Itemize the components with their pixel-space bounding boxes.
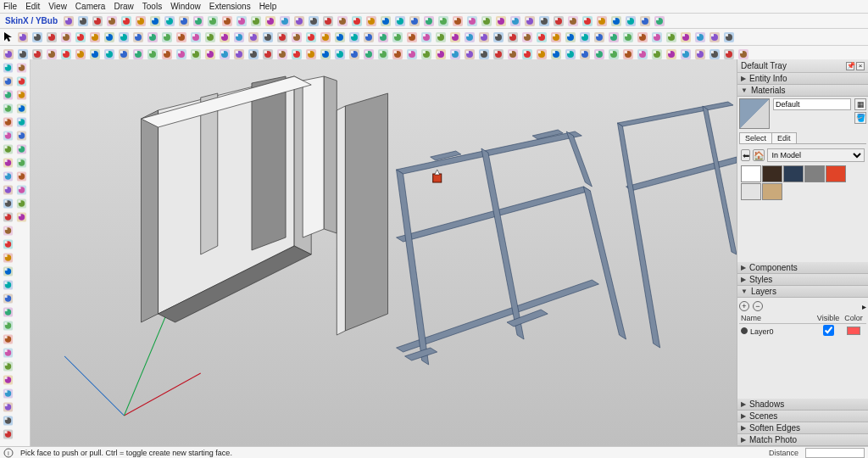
left-tool-18-icon[interactable] [2,305,14,318]
left-tool-14-icon[interactable] [2,251,14,264]
tb1-tool-19-icon[interactable] [290,31,303,44]
tb0-tool-6-icon[interactable] [148,14,162,28]
tb0-tool-11-icon[interactable] [220,14,234,28]
tb1-tool-14-icon[interactable] [218,31,231,44]
left-tool-13-icon[interactable] [2,237,14,250]
left-tool-25-icon[interactable] [2,400,14,413]
tb1-tool-32-icon[interactable] [477,31,491,44]
left-tool-11-icon[interactable] [2,210,14,223]
tb1-tool-21-icon[interactable] [319,31,332,44]
tb1-tool-20-icon[interactable] [304,31,318,44]
tb1-tool-16-icon[interactable] [247,31,260,44]
left-tool-2-icon[interactable] [2,88,14,101]
tb1-tool-8-icon[interactable] [131,31,145,44]
left-tool-26-icon[interactable] [2,414,14,427]
tb1-tool-43-icon[interactable] [636,31,649,44]
tb0-tool-28-icon[interactable] [465,14,479,28]
tb1-tool-35-icon[interactable] [520,31,534,44]
tb0-tool-20-icon[interactable] [350,14,364,28]
menu-help[interactable]: Help [259,2,277,11]
material-preview-thumb[interactable] [739,98,770,129]
tb0-tool-15-icon[interactable] [278,14,292,28]
left-tool-1-icon[interactable] [2,75,14,87]
section-materials[interactable]: ▼Materials [737,85,868,97]
material-swatch-3[interactable] [804,165,825,182]
tb0-tool-37-icon[interactable] [595,14,609,28]
tb0-tool-17-icon[interactable] [307,14,320,28]
tb0-tool-13-icon[interactable] [249,14,263,28]
tb1-tool-22-icon[interactable] [333,31,347,44]
tb1-tool-45-icon[interactable] [665,31,678,44]
tb0-tool-2-icon[interactable] [91,14,104,28]
materials-tab-select[interactable]: Select [739,132,772,143]
menu-view[interactable]: View [48,2,67,11]
layer-visible-checkbox[interactable] [823,325,834,336]
viewport-3d[interactable] [31,59,737,446]
tb1-tool-31-icon[interactable] [463,31,476,44]
tb1-tool-47-icon[interactable] [693,31,707,44]
tray-pin-icon[interactable]: 📌 [846,62,854,70]
tb1-tool-33-icon[interactable] [492,31,505,44]
menu-edit[interactable]: Edit [25,2,40,11]
tb1-tool-46-icon[interactable] [679,31,693,44]
tb0-tool-32-icon[interactable] [523,14,537,28]
left-tool-3-icon[interactable] [2,102,14,114]
tb0-tool-26-icon[interactable] [437,14,450,28]
material-swatch-0[interactable] [741,165,761,182]
tb1-tool-4-icon[interactable] [74,31,87,44]
tb1-tool-11-icon[interactable] [175,31,188,44]
tb0-tool-39-icon[interactable] [624,14,637,28]
material-swatch-5[interactable] [741,183,761,200]
left-tool-0-icon[interactable] [2,61,14,74]
left-tool-32-icon[interactable] [15,115,28,128]
tb1-tool-44-icon[interactable] [650,31,664,44]
tb0-tool-14-icon[interactable] [264,14,277,28]
tray-header[interactable]: Default Tray 📌 × [737,59,868,73]
tb1-tool-23-icon[interactable] [348,31,361,44]
tray-close-icon[interactable]: × [856,62,865,70]
tb1-tool-24-icon[interactable] [362,31,376,44]
left-tool-21-icon[interactable] [2,346,14,359]
tb1-tool-5-icon[interactable] [88,31,102,44]
section-shadows[interactable]: ▶Shadows [737,399,868,411]
layer-add-icon[interactable]: + [739,301,749,311]
left-tool-30-icon[interactable] [15,88,28,101]
tb1-tool-29-icon[interactable] [434,31,448,44]
tb1-tool-34-icon[interactable] [506,31,520,44]
tb1-tool-7-icon[interactable] [117,31,131,44]
left-tool-12-icon[interactable] [2,224,14,237]
tb1-tool-6-icon[interactable] [103,31,116,44]
tb0-tool-27-icon[interactable] [451,14,465,28]
tb1-tool-49-icon[interactable] [722,31,736,44]
layer-row[interactable]: Layer0 [739,324,866,338]
section-layers[interactable]: ▼Layers [737,286,868,298]
left-tool-34-icon[interactable] [15,142,28,155]
tb1-tool-3-icon[interactable] [59,31,73,44]
left-tool-8-icon[interactable] [2,170,14,182]
left-tool-4-icon[interactable] [2,115,14,128]
tb0-tool-36-icon[interactable] [581,14,594,28]
left-tool-23-icon[interactable] [2,373,14,386]
paint-bucket-icon[interactable]: 🪣 [854,112,866,124]
distance-input[interactable] [805,448,865,458]
tb0-tool-18-icon[interactable] [321,14,335,28]
left-tool-17-icon[interactable] [2,292,14,304]
tb1-tool-18-icon[interactable] [275,31,289,44]
material-swatch-6[interactable] [762,183,782,200]
menu-tools[interactable]: Tools [142,2,162,11]
tb0-tool-4-icon[interactable] [120,14,133,28]
tb0-tool-40-icon[interactable] [638,14,652,28]
materials-home-icon[interactable]: 🏠 [753,149,765,161]
tb0-tool-23-icon[interactable] [393,14,407,28]
menu-extensions[interactable]: Extensions [209,2,251,11]
section-components[interactable]: ▶Components [737,262,868,274]
left-tool-6-icon[interactable] [2,142,14,155]
section-styles[interactable]: ▶Styles [737,274,868,286]
create-material-icon[interactable]: ▦ [854,98,866,110]
layer-menu-icon[interactable]: ▸ [862,302,866,311]
tb1-tool-25-icon[interactable] [376,31,390,44]
tb1-tool-2-icon[interactable] [45,31,58,44]
left-tool-19-icon[interactable] [2,319,14,332]
material-swatch-2[interactable] [783,165,804,182]
left-tool-35-icon[interactable] [15,156,28,169]
